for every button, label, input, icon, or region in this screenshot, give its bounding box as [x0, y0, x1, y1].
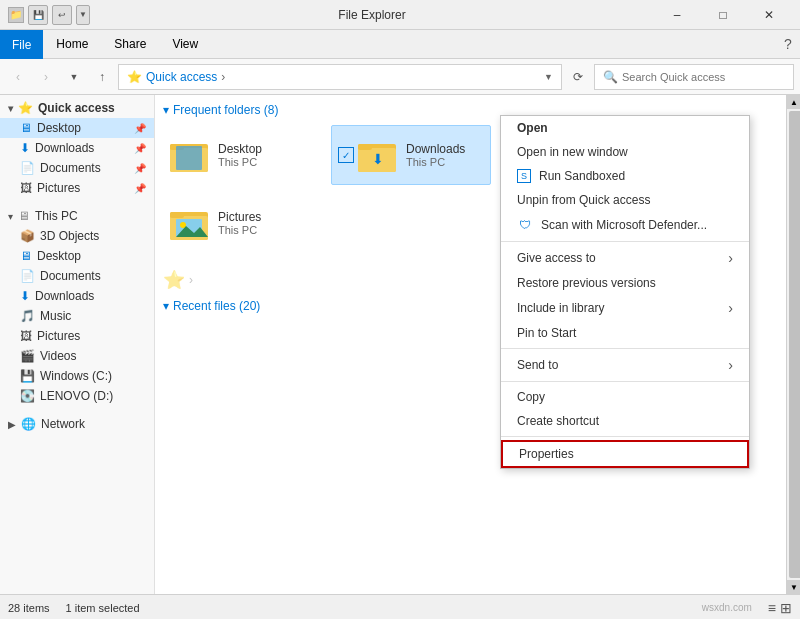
folder-pictures-sub: This PC [218, 224, 261, 236]
folder-desktop-sub: This PC [218, 156, 262, 168]
title-bar-icons: 📁 💾 ↩ ▼ [8, 5, 90, 25]
grid-view-button[interactable]: ⊞ [780, 600, 792, 616]
title-dropdown-btn[interactable]: ▼ [76, 5, 90, 25]
title-save-btn[interactable]: 💾 [28, 5, 48, 25]
folder-pictures-info: Pictures This PC [218, 210, 261, 236]
pin-icon-documents: 📌 [134, 163, 146, 174]
sidebar: ▾ ⭐ Quick access 🖥 Desktop 📌 ⬇ Downloads… [0, 95, 155, 594]
close-button[interactable]: ✕ [746, 0, 792, 30]
search-icon: 🔍 [603, 70, 618, 84]
svg-rect-3 [176, 146, 202, 170]
quick-access-icon: ⭐ [18, 101, 33, 115]
scrollbar-thumb[interactable] [789, 111, 800, 578]
address-icon: ⭐ [127, 70, 142, 84]
tab-view[interactable]: View [159, 30, 211, 58]
forward-button[interactable]: › [34, 65, 58, 89]
folder-downloads-icon: ⬇ [358, 138, 398, 173]
refresh-button[interactable]: ⟳ [566, 65, 590, 89]
pin-icon-pictures: 📌 [134, 183, 146, 194]
drive-d-icon: 💽 [20, 389, 35, 403]
drive-d-label: LENOVO (D:) [40, 389, 113, 403]
sidebar-item-network[interactable]: ▶ 🌐 Network [0, 414, 154, 434]
folder-pictures[interactable]: Pictures This PC [163, 193, 323, 253]
title-undo-btn[interactable]: ↩ [52, 5, 72, 25]
separator-3 [501, 381, 749, 382]
ctx-unpin[interactable]: Unpin from Quick access [501, 188, 749, 212]
ctx-create-shortcut[interactable]: Create shortcut [501, 409, 749, 433]
separator-2 [501, 348, 749, 349]
ctx-include-library[interactable]: Include in library [501, 295, 749, 321]
maximize-button[interactable]: □ [700, 0, 746, 30]
videos-label: Videos [40, 349, 76, 363]
quick-access-label: Quick access [38, 101, 115, 115]
app-icon: 📁 [8, 7, 24, 23]
sidebar-item-pc-pictures[interactable]: 🖼 Pictures [0, 326, 154, 346]
scrollbar-up-button[interactable]: ▲ [787, 95, 800, 109]
scrollbar[interactable]: ▲ ▼ [786, 95, 800, 594]
this-pc-label: This PC [35, 209, 78, 223]
folder-pictures-icon [170, 206, 210, 241]
ctx-open[interactable]: Open [501, 116, 749, 140]
downloads-icon: ⬇ [20, 141, 30, 155]
minimize-button[interactable]: – [654, 0, 700, 30]
sidebar-item-this-pc[interactable]: ▾ 🖥 This PC [0, 206, 154, 226]
sidebar-item-music[interactable]: 🎵 Music [0, 306, 154, 326]
separator-1 [501, 241, 749, 242]
folder-desktop[interactable]: Desktop This PC [163, 125, 323, 185]
address-dropdown[interactable]: ▼ [544, 72, 553, 82]
sidebar-item-pc-desktop[interactable]: 🖥 Desktop [0, 246, 154, 266]
svg-text:⬇: ⬇ [372, 151, 384, 167]
this-pc-icon: 🖥 [18, 209, 30, 223]
sidebar-item-pictures[interactable]: 🖼 Pictures 📌 [0, 178, 154, 198]
search-box[interactable]: 🔍 [594, 64, 794, 90]
ctx-scan-defender[interactable]: 🛡 Scan with Microsoft Defender... [501, 212, 749, 238]
ctx-pin-start[interactable]: Pin to Start [501, 321, 749, 345]
tab-file[interactable]: File [0, 30, 43, 59]
address-input[interactable]: ⭐ Quick access › ▼ [118, 64, 562, 90]
chevron-down-icon: ▾ [8, 103, 13, 114]
drive-c-label: Windows (C:) [40, 369, 112, 383]
pc-downloads-icon: ⬇ [20, 289, 30, 303]
tab-share[interactable]: Share [101, 30, 159, 58]
checkbox-downloads[interactable]: ✓ [338, 147, 354, 163]
search-input[interactable] [622, 71, 785, 83]
pin-icon-downloads: 📌 [134, 143, 146, 154]
ctx-send-to[interactable]: Send to [501, 352, 749, 378]
sidebar-item-videos[interactable]: 🎬 Videos [0, 346, 154, 366]
recent-files-label: Recent files (20) [173, 299, 260, 313]
ctx-properties[interactable]: Properties [501, 440, 749, 468]
ctx-run-sandboxed[interactable]: S Run Sandboxed [501, 164, 749, 188]
sidebar-item-documents[interactable]: 📄 Documents 📌 [0, 158, 154, 178]
desktop-icon: 🖥 [20, 121, 32, 135]
ribbon: File Home Share View ? [0, 30, 800, 59]
sidebar-item-quick-access[interactable]: ▾ ⭐ Quick access [0, 95, 154, 118]
scrollbar-down-button[interactable]: ▼ [787, 580, 800, 594]
sidebar-item-3d-objects[interactable]: 📦 3D Objects [0, 226, 154, 246]
sidebar-item-desktop[interactable]: 🖥 Desktop 📌 [0, 118, 154, 138]
sandboxed-icon: S [517, 169, 531, 183]
pc-downloads-label: Downloads [35, 289, 94, 303]
folder-downloads-info: Downloads This PC [406, 142, 465, 168]
help-button[interactable]: ? [776, 30, 800, 58]
chevron-right-icon: ▾ [8, 211, 13, 222]
recent-locations-button[interactable]: ▼ [62, 65, 86, 89]
ctx-restore-versions[interactable]: Restore previous versions [501, 271, 749, 295]
sidebar-item-pc-downloads[interactable]: ⬇ Downloads [0, 286, 154, 306]
list-view-button[interactable]: ≡ [768, 600, 776, 616]
tab-home[interactable]: Home [43, 30, 101, 58]
up-button[interactable]: ↑ [90, 65, 114, 89]
ctx-copy[interactable]: Copy [501, 385, 749, 409]
pc-desktop-icon: 🖥 [20, 249, 32, 263]
collapse-icon-recent: ▾ [163, 299, 169, 313]
svg-rect-6 [358, 144, 372, 150]
folder-downloads[interactable]: ✓ ⬇ Downloads This PC [331, 125, 491, 185]
sidebar-item-lenovo-d[interactable]: 💽 LENOVO (D:) [0, 386, 154, 406]
sidebar-item-windows-c[interactable]: 💾 Windows (C:) [0, 366, 154, 386]
back-button[interactable]: ‹ [6, 65, 30, 89]
sidebar-item-downloads[interactable]: ⬇ Downloads 📌 [0, 138, 154, 158]
sidebar-item-pc-documents[interactable]: 📄 Documents [0, 266, 154, 286]
chevron-right-icon-network: ▶ [8, 419, 16, 430]
status-bar: 28 items 1 item selected wsxdn.com ≡ ⊞ [0, 594, 800, 619]
ctx-open-new-window[interactable]: Open in new window [501, 140, 749, 164]
ctx-give-access[interactable]: Give access to [501, 245, 749, 271]
